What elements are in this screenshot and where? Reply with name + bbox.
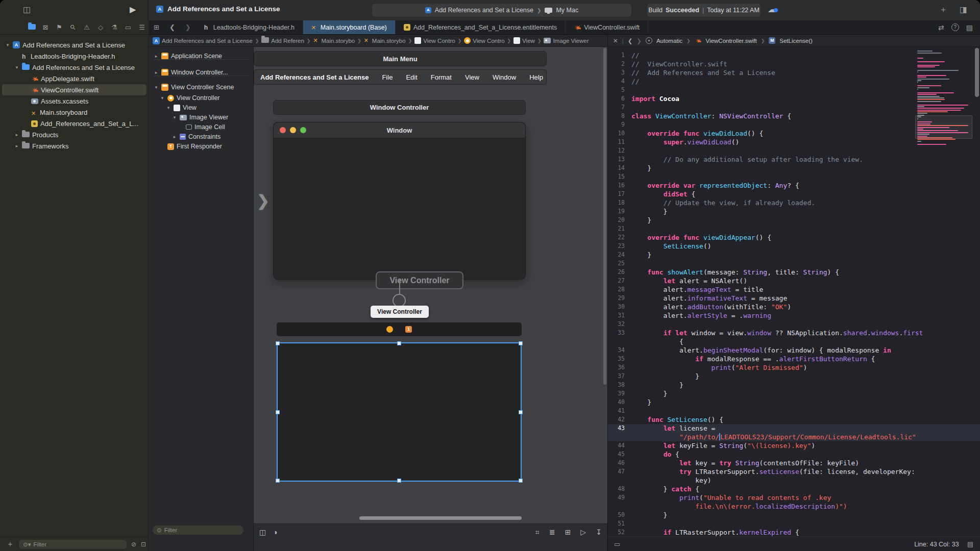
navigator-item-Add References and Set a License[interactable]: ▾Add References and Set a License bbox=[2, 39, 146, 51]
code-line[interactable]: 37 } bbox=[608, 372, 980, 381]
menu-bar[interactable]: Add References and Set a LicenseFileEdit… bbox=[254, 69, 547, 85]
jumpbar-item[interactable]: Add References and Set a License bbox=[153, 37, 253, 44]
code-line[interactable]: 46 let key = try String(contentsOfFile: … bbox=[608, 459, 980, 467]
outline-item-View Controller Scene[interactable]: ▾View Controller Scene bbox=[152, 82, 251, 92]
code-line[interactable]: 47 try LTRasterSupport.setLicense(file: … bbox=[608, 467, 980, 476]
editor-options-icon[interactable]: ▤ bbox=[966, 23, 973, 32]
outline-item-View[interactable]: ▾View bbox=[152, 103, 251, 113]
menu-item-Format[interactable]: Format bbox=[431, 73, 452, 81]
jumpbar-item[interactable]: Main.storybo bbox=[364, 37, 406, 44]
selected-image-viewer[interactable] bbox=[277, 342, 522, 482]
code-line[interactable]: 36 print("Alert Dismissed") bbox=[608, 363, 980, 372]
view-controller-placeholder[interactable]: View Controller bbox=[376, 271, 463, 289]
tab-Add_References_and_Set_a_License.entitlements[interactable]: Add_References_and_Set_a_License.entitle… bbox=[396, 20, 566, 34]
tests-navigator-icon[interactable]: ◇ bbox=[96, 23, 105, 31]
jumpbar-item[interactable]: Main.storybo bbox=[313, 37, 355, 44]
code-line[interactable]: 27 let alert = NSAlert() bbox=[608, 277, 980, 285]
code-line[interactable]: 42 func SetLicense() { bbox=[608, 415, 980, 424]
code-line[interactable]: 49 print("Unable to read contents of .ke… bbox=[608, 493, 980, 502]
code-line[interactable]: 33 if let window = view.window ?? NSAppl… bbox=[608, 329, 980, 337]
disclosure-chevron[interactable]: ▾ bbox=[160, 95, 165, 101]
code-review-icon[interactable]: ▤ bbox=[967, 540, 973, 548]
tab-overview-icon[interactable]: ⊞ bbox=[149, 23, 164, 31]
bookmarks-navigator-icon[interactable]: ⚑ bbox=[55, 23, 63, 31]
jumpbar-item[interactable]: View bbox=[513, 37, 535, 44]
resolve-autolayout-icon[interactable]: ▷ bbox=[580, 528, 586, 537]
view-controller-icon[interactable] bbox=[386, 326, 393, 333]
outline-item-View Controller[interactable]: ▾View Controller bbox=[152, 93, 251, 103]
resize-handle[interactable] bbox=[276, 479, 280, 483]
resize-handle[interactable] bbox=[519, 410, 523, 414]
main-menu-scene-bar[interactable]: Main Menu bbox=[254, 51, 547, 66]
jump-symbol[interactable]: SetLicense() bbox=[779, 38, 813, 44]
outline-item-First Responder[interactable]: First Responder bbox=[152, 141, 251, 152]
close-editor-icon[interactable]: ✕ bbox=[613, 37, 618, 44]
resize-handle[interactable] bbox=[397, 479, 401, 483]
disclosure-chevron[interactable]: ▾ bbox=[172, 115, 177, 120]
canvas-vertical-scrollbar[interactable] bbox=[603, 48, 606, 385]
code-line[interactable]: 50 } bbox=[608, 511, 980, 519]
project-navigator-icon[interactable] bbox=[28, 23, 36, 31]
code-line[interactable]: 40 } bbox=[608, 398, 980, 407]
outline-item-Application Scene[interactable]: ▸Application Scene bbox=[152, 51, 251, 61]
update-frames-icon[interactable]: ⌗ bbox=[535, 528, 540, 537]
code-line[interactable]: { bbox=[608, 337, 980, 346]
disclosure-chevron[interactable]: ▸ bbox=[154, 70, 159, 75]
code-line[interactable]: 41 bbox=[608, 407, 980, 415]
first-responder-icon[interactable]: 1 bbox=[405, 326, 412, 333]
find-navigator-icon[interactable]: ⚲ bbox=[69, 23, 77, 31]
issues-navigator-icon[interactable]: ⚠ bbox=[83, 23, 91, 31]
code-line[interactable]: 30 alert.addButton(withTitle: "OK") bbox=[608, 303, 980, 311]
library-add-button[interactable]: ＋ bbox=[939, 5, 947, 15]
navigator-item-ViewController.swift[interactable]: ViewController.swift bbox=[2, 84, 146, 95]
code-line[interactable]: 29 alert.informativeText = message bbox=[608, 294, 980, 303]
tab-Main.storyboard (Base)[interactable]: Main.storyboard (Base) bbox=[303, 20, 396, 34]
disclosure-chevron[interactable]: ▾ bbox=[154, 85, 159, 90]
code-line[interactable]: 26 func showAlert(message: String, title… bbox=[608, 268, 980, 277]
code-back-icon[interactable]: ❮ bbox=[628, 37, 633, 44]
minimap[interactable] bbox=[917, 49, 971, 182]
debug-navigator-icon[interactable]: ⚗ bbox=[110, 23, 118, 31]
disclosure-chevron[interactable]: ▸ bbox=[172, 134, 177, 139]
forward-button[interactable]: ❯ bbox=[180, 23, 196, 31]
code-line[interactable]: 20 } bbox=[608, 216, 980, 224]
device-variants-icon[interactable]: ◑ bbox=[273, 528, 277, 536]
code-line[interactable]: 16 override var representedObject: Any? … bbox=[608, 181, 980, 190]
menu-item-Add References and Set a License[interactable]: Add References and Set a License bbox=[260, 73, 369, 81]
scheme-device[interactable]: My Mac bbox=[556, 7, 578, 14]
activity-status[interactable]: Build Succeeded | Today at 11:22 AM bbox=[647, 4, 761, 17]
disclosure-chevron[interactable]: ▸ bbox=[154, 54, 159, 59]
scheme-selector[interactable]: Add References and Set a License ❯ My Ma… bbox=[372, 4, 631, 17]
window-controller-scene-bar[interactable]: Window Controller bbox=[273, 100, 526, 115]
navigator-item-Frameworks[interactable]: ▸Frameworks bbox=[2, 140, 146, 152]
code-line[interactable]: 31 alert.alertStyle = .warning bbox=[608, 311, 980, 320]
editor-swap-icon[interactable]: ⇄ bbox=[938, 23, 944, 32]
menu-item-Edit[interactable]: Edit bbox=[406, 73, 417, 81]
code-line[interactable]: 22 override func viewDidAppear() { bbox=[608, 233, 980, 242]
scheme-project[interactable]: Add References and Set a License bbox=[435, 7, 533, 14]
code-line[interactable]: key) bbox=[608, 476, 980, 485]
code-line[interactable]: 35 if modalResponse == .alertFirstButton… bbox=[608, 355, 980, 363]
code-line[interactable]: file.\n\(error.localizedDescription)") bbox=[608, 502, 980, 511]
view-controller-label[interactable]: View Controller bbox=[371, 306, 429, 318]
embed-icon[interactable]: ↧ bbox=[596, 528, 602, 537]
align-icon[interactable]: ≣ bbox=[549, 528, 555, 537]
navigator-item-AppDelegate.swift[interactable]: AppDelegate.swift bbox=[2, 73, 146, 84]
navigator-item-Leadtools-Bridging-Header.h[interactable]: Leadtools-Bridging-Header.h bbox=[2, 51, 146, 62]
code-line[interactable]: 21 bbox=[608, 224, 980, 233]
window-object[interactable]: Window View Controller bbox=[273, 122, 526, 280]
resize-handle[interactable] bbox=[397, 341, 401, 345]
toggle-inspector-icon[interactable]: ◨ bbox=[960, 5, 967, 15]
resize-handle[interactable] bbox=[519, 341, 523, 345]
cloud-sync-icon[interactable]: ☁ bbox=[768, 4, 776, 15]
code-line[interactable]: 28 alert.messageText = title bbox=[608, 285, 980, 294]
disclosure-chevron[interactable]: ▾ bbox=[5, 42, 10, 47]
help-icon[interactable]: ? bbox=[951, 23, 959, 31]
navigator-item-Add_References_and_Set_a_L...[interactable]: Add_References_and_Set_a_L... bbox=[2, 118, 146, 129]
code-line[interactable]: "/path/to/LEADTOOLS23/Support/Common/Lic… bbox=[608, 433, 980, 441]
code-line[interactable]: 17 didSet { bbox=[608, 190, 980, 198]
code-line[interactable]: 34 alert.beginSheetModal(for: window) { … bbox=[608, 346, 980, 355]
code-line[interactable]: 25 bbox=[608, 259, 980, 268]
code-line[interactable]: 32 bbox=[608, 320, 980, 329]
jump-mode[interactable]: Automatic bbox=[656, 38, 682, 44]
